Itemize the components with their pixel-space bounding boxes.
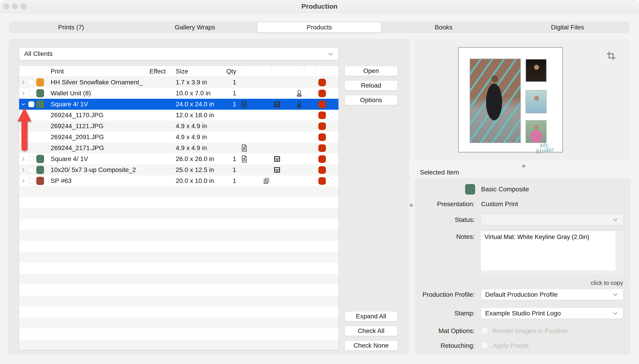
tab-separator [133, 25, 133, 30]
notes-text[interactable]: Virtual Mat: White Keyline Gray (2.0in) [481, 231, 615, 270]
row-checkbox[interactable] [28, 178, 34, 184]
table-row[interactable]: 10x20/ 5x7 3-up Composite_225.0 x 12.5 i… [19, 164, 338, 176]
selected-item-section-label: Selected Item [420, 169, 459, 176]
column-header-qty[interactable]: Qty [217, 66, 239, 77]
item-color-swatch [36, 78, 44, 86]
cell-size: 4.9 x 4.9 in [170, 132, 217, 142]
print-preview[interactable]: My Studio [458, 47, 563, 152]
annotation-arrow [16, 107, 33, 153]
table-row-child[interactable]: 269244_2171.JPG4.9 x 4.9 in [19, 142, 338, 154]
client-filter-dropdown[interactable]: All Clients [19, 48, 338, 60]
preview-photo-1 [525, 59, 546, 82]
status-badge-red [318, 100, 326, 108]
title-bar: Production [0, 0, 639, 13]
status-badge-red [318, 112, 326, 119]
retouching-label: Retouching: [419, 342, 475, 350]
notes-label: Notes: [419, 233, 475, 240]
tab-prints-7[interactable]: Prints (7) [9, 22, 133, 33]
open-button[interactable]: Open [345, 66, 398, 76]
cell-print: 10x20/ 5x7 3-up Composite_2 [45, 164, 143, 176]
table-row[interactable]: SP #6320.0 x 10.0 in1 [19, 176, 338, 186]
tab-label: Prints (7) [58, 24, 84, 31]
table-body: HH Silver Snowflake Ornament_11.7 x 3.9 … [19, 77, 338, 186]
tab-products[interactable]: Products [257, 22, 381, 32]
disclosure-triangle[interactable] [19, 88, 28, 99]
table-row[interactable]: Square 4/ 1V24.0 x 24.0 in1 [19, 99, 338, 110]
status-badge [316, 121, 338, 132]
cell-size: 1.7 x 3.9 in [170, 77, 217, 88]
status-dropdown[interactable] [481, 214, 623, 225]
check-none-button[interactable]: Check None [345, 340, 398, 350]
stamp-dropdown[interactable]: Example Studio Print Logo [481, 308, 623, 318]
preview-photo-3 [525, 120, 546, 143]
cell-effect [143, 154, 170, 164]
apply-preset-label: Apply Preset [492, 342, 529, 350]
render-images-in-position-checkbox[interactable] [481, 327, 488, 334]
status-badge [316, 99, 338, 110]
cell-size: 26.0 x 26.0 in [170, 154, 217, 164]
cell-size: 20.0 x 10.0 in [170, 176, 217, 186]
table-row[interactable]: Wallet Unit (8)10.0 x 7.0 in1 [19, 88, 338, 99]
check-all-button[interactable]: Check All [345, 326, 398, 336]
disclosure-triangle[interactable] [19, 77, 28, 88]
tab-books[interactable]: Books [382, 22, 505, 33]
tab-digital-files[interactable]: Digital Files [505, 22, 629, 33]
production-items-table: Print Effect Size Qty HH Silver Snowflak… [19, 66, 338, 350]
row-checkbox[interactable] [28, 101, 34, 107]
disclosure-triangle[interactable] [19, 164, 28, 176]
notes-field[interactable]: Virtual Mat: White Keyline Gray (2.0in) [480, 231, 624, 276]
status-badge [316, 142, 338, 154]
cell-size: 12.0 x 18.0 in [170, 110, 217, 121]
cell-print: Wallet Unit (8) [45, 88, 143, 99]
document-icon [239, 154, 250, 164]
tab-bar: Prints (7)Gallery WrapsProductsBooksDigi… [9, 22, 629, 33]
status-badge-red [318, 177, 326, 185]
options-button[interactable]: Options [345, 95, 398, 105]
table-row-child[interactable]: 269244_2091.JPG4.9 x 4.9 in [19, 132, 338, 142]
row-checkbox[interactable] [28, 79, 34, 85]
document-icon [239, 99, 250, 110]
tab-gallery-wraps[interactable]: Gallery Wraps [133, 22, 257, 33]
cell-size: 10.0 x 7.0 in [170, 88, 217, 99]
tab-label: Products [307, 24, 332, 31]
divider-handle-dot[interactable] [522, 164, 525, 168]
table-row[interactable]: Square 4/ 1V26.0 x 26.0 in1 [19, 154, 338, 164]
crop-icon[interactable] [606, 51, 616, 61]
row-checkbox[interactable] [28, 90, 34, 96]
cell-qty: 1 [217, 88, 239, 99]
table-row-child[interactable]: 269244_1170.JPG12.0 x 18.0 in [19, 110, 338, 121]
cell-effect [143, 132, 170, 142]
column-header-size[interactable]: Size [170, 66, 217, 77]
disclosure-triangle[interactable] [19, 154, 28, 164]
table-row-child[interactable]: 269244_1121.JPG4.9 x 4.9 in [19, 121, 338, 132]
apply-preset-checkbox[interactable] [481, 342, 488, 349]
row-checkbox[interactable] [28, 167, 34, 173]
item-color-swatch [36, 155, 44, 163]
cell-print: SP #63 [45, 176, 143, 186]
column-header-print[interactable]: Print [45, 66, 143, 77]
cell-print: Square 4/ 1V [45, 99, 143, 110]
cell-print: 269244_2091.JPG [45, 132, 143, 142]
status-badge [316, 132, 338, 142]
table-row[interactable]: HH Silver Snowflake Ornament_11.7 x 3.9 … [19, 77, 338, 88]
click-to-copy-hint[interactable]: click to copy [481, 280, 623, 286]
chevron-down-icon [612, 216, 619, 223]
status-badge-red [318, 166, 326, 174]
stamp-value: Example Studio Print Logo [481, 310, 612, 317]
expand-all-button[interactable]: Expand All [345, 311, 398, 321]
cell-effect [143, 164, 170, 176]
disclosure-triangle[interactable] [19, 176, 28, 186]
status-badge-red [318, 134, 326, 141]
status-badge [316, 77, 338, 88]
reload-button[interactable]: Reload [345, 80, 398, 90]
cell-qty: 1 [217, 77, 239, 88]
cell-size: 4.9 x 4.9 in [170, 121, 217, 132]
item-color-swatch [36, 100, 44, 108]
row-checkbox[interactable] [28, 156, 34, 162]
status-badge-red [318, 155, 326, 163]
production-window: Production Prints (7)Gallery WrapsProduc… [0, 0, 639, 364]
presentation-value: Custom Print [481, 200, 518, 208]
column-header-effect[interactable]: Effect [143, 66, 170, 77]
production-profile-dropdown[interactable]: Default Production Profile [481, 289, 623, 300]
divider-handle-dot[interactable] [410, 204, 413, 207]
